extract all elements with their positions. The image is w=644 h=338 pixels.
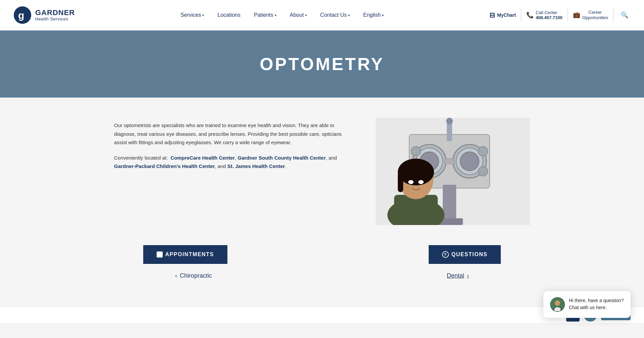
mychart-button[interactable]: ⊟ MyChart xyxy=(489,11,516,19)
nav-english[interactable]: English ▾ xyxy=(357,0,390,31)
prev-service-link[interactable]: ‹ Chiropractic xyxy=(175,272,212,279)
svg-text:g: g xyxy=(18,10,24,21)
appointments-button[interactable]: APPOINTMENTS xyxy=(143,245,227,264)
svg-rect-26 xyxy=(398,172,403,192)
svg-point-13 xyxy=(478,147,488,156)
nav-contact[interactable]: Contact Us ▾ xyxy=(314,0,357,31)
chat-widget[interactable]: Hi there, have a question? Chat with us … xyxy=(543,291,631,318)
hero-banner: OPTOMETRY xyxy=(0,31,644,98)
nav-services[interactable]: Services ▾ xyxy=(174,0,211,31)
buttons-row: APPOINTMENTS ? QUESTIONS xyxy=(114,245,530,264)
svg-point-11 xyxy=(411,147,421,156)
divider xyxy=(521,8,521,22)
svg-point-18 xyxy=(446,118,453,124)
nav-links-row: ‹ Chiropractic Dental › xyxy=(114,272,530,279)
divider3 xyxy=(613,8,613,22)
svg-point-34 xyxy=(555,300,560,306)
location-link-south-county[interactable]: Gardner South County Health Center xyxy=(238,155,326,161)
svg-point-28 xyxy=(418,180,424,184)
location-link-comprecare[interactable]: CompreCare Health Center xyxy=(170,155,235,161)
nav-about[interactable]: About ▾ xyxy=(283,0,314,31)
calendar-icon xyxy=(157,251,163,258)
main-content: Our optometrists are specialists who are… xyxy=(0,98,644,306)
phone-icon: 📞 xyxy=(526,11,534,19)
logo-name2: Health Services xyxy=(35,17,75,21)
question-icon: ? xyxy=(442,251,449,258)
locations-label: Conveniently located at: xyxy=(114,155,168,161)
logo-name1: GARDNER xyxy=(35,9,75,17)
site-header: g GARDNER Health Services Services ▾ Loc… xyxy=(0,0,644,31)
description-text: Our optometrists are specialists who are… xyxy=(114,121,349,147)
svg-point-14 xyxy=(478,167,488,176)
chevron-right-icon: › xyxy=(467,272,469,279)
svg-point-27 xyxy=(408,180,414,184)
nav-patients[interactable]: Patients ▾ xyxy=(247,0,283,31)
svg-point-25 xyxy=(398,159,434,185)
header-right: ⊟ MyChart 📞 Call Center 408.457.7100 💼 C… xyxy=(489,8,631,22)
search-button[interactable]: 🔍 xyxy=(619,9,631,21)
call-center[interactable]: 📞 Call Center 408.457.7100 xyxy=(526,10,562,20)
locations-text: Conveniently located at: CompreCare Heal… xyxy=(114,154,349,171)
content-columns: Our optometrists are specialists who are… xyxy=(114,118,530,225)
logo-text: GARDNER Health Services xyxy=(35,9,75,21)
briefcase-icon: 💼 xyxy=(573,11,580,19)
divider2 xyxy=(568,8,568,22)
location-link-packard[interactable]: Gardner-Packard Children's Health Center xyxy=(114,163,215,169)
chat-message: Hi there, have a question? Chat with us … xyxy=(569,297,624,311)
mychart-icon: ⊟ xyxy=(489,11,495,19)
chat-avatar xyxy=(550,297,565,312)
logo-icon: g xyxy=(13,6,32,24)
chevron-down-icon: ▾ xyxy=(305,13,307,17)
chevron-left-icon: ‹ xyxy=(175,272,177,279)
svg-rect-15 xyxy=(444,159,454,164)
image-column xyxy=(376,118,530,225)
main-nav: Services ▾ Locations Patients ▾ About ▾ … xyxy=(174,0,390,31)
eye-exam-illustration xyxy=(376,118,530,225)
chevron-down-icon: ▾ xyxy=(382,13,384,17)
next-service-link[interactable]: Dental › xyxy=(447,272,469,279)
svg-point-10 xyxy=(460,152,479,171)
optometry-image xyxy=(376,118,530,225)
call-center-info: Call Center 408.457.7100 xyxy=(536,10,562,20)
nav-locations[interactable]: Locations xyxy=(211,0,247,31)
svg-rect-22 xyxy=(394,195,438,225)
logo[interactable]: g GARDNER Health Services xyxy=(13,6,75,24)
questions-button[interactable]: ? QUESTIONS xyxy=(429,245,501,264)
chevron-down-icon: ▾ xyxy=(348,13,350,17)
chevron-down-icon: ▾ xyxy=(275,13,276,17)
svg-rect-29 xyxy=(157,252,162,257)
page-title: OPTOMETRY xyxy=(260,54,384,74)
career-opportunities-button[interactable]: 💼 Career Opportunities xyxy=(573,10,608,20)
text-column: Our optometrists are specialists who are… xyxy=(114,118,349,171)
location-link-st-james[interactable]: St. James Health Center xyxy=(227,163,285,169)
chevron-down-icon: ▾ xyxy=(202,13,204,17)
search-icon: 🔍 xyxy=(621,11,628,19)
